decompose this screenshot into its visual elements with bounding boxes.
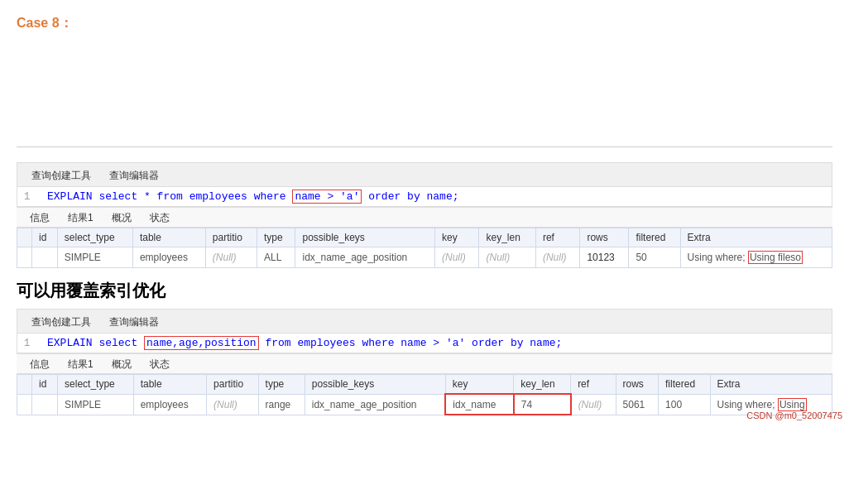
sql-order-1: order by name; bbox=[362, 190, 458, 203]
td-ref-2: (Null) bbox=[571, 394, 616, 415]
td-key-2: idx_name bbox=[445, 394, 514, 415]
th-table-2: table bbox=[133, 375, 206, 395]
td-rows-2: 5061 bbox=[616, 394, 659, 415]
th-type-1: type bbox=[257, 228, 295, 247]
td-type-1: ALL bbox=[257, 247, 295, 268]
th-type-2: type bbox=[258, 375, 305, 395]
th-rows-2: rows bbox=[616, 375, 659, 395]
td-id-2: 1 bbox=[32, 394, 58, 415]
tab-query-builder-1[interactable]: 查询创建工具 bbox=[24, 166, 98, 186]
sql-content-1: EXPLAIN select * from employees where na… bbox=[47, 190, 459, 203]
editor-tabs-2: 查询创建工具 查询编辑器 bbox=[17, 310, 832, 334]
sql-keyword-explain-1: EXPLAIN select * from employees where bbox=[47, 190, 292, 203]
td-possible-keys-1: idx_name_age_position bbox=[295, 247, 434, 268]
td-possible-keys-2: idx_name_age_position bbox=[305, 394, 445, 415]
tab-query-editor-1[interactable]: 查询编辑器 bbox=[102, 166, 166, 186]
th-partitio-1: partitio bbox=[205, 228, 257, 247]
case-title: Case 8： bbox=[17, 15, 832, 32]
tab-query-editor-2[interactable]: 查询编辑器 bbox=[102, 312, 166, 333]
td-rows-1: 10123 bbox=[580, 247, 629, 268]
th-key-len-2: key_len bbox=[514, 375, 571, 395]
th-extra-2: Extra bbox=[710, 375, 832, 395]
th-id-2: id bbox=[32, 375, 58, 395]
td-extra-1: Using where; Using fileso bbox=[680, 247, 832, 268]
result-table-1: id select_type table partitio type possi… bbox=[17, 228, 832, 268]
td-type-2: range bbox=[258, 394, 305, 415]
td-key-len-2: 74 bbox=[514, 394, 571, 415]
result-tab-status-2[interactable]: 状态 bbox=[143, 356, 176, 373]
editor-section-1: 查询创建工具 查询编辑器 1 EXPLAIN select * from emp… bbox=[17, 162, 832, 207]
td-arrow-1: ▶ bbox=[17, 247, 32, 268]
extra-highlight-2: Using bbox=[778, 398, 807, 411]
th-arrow-2 bbox=[17, 375, 32, 395]
divider-1 bbox=[17, 146, 832, 147]
th-filtered-1: filtered bbox=[629, 228, 680, 247]
result-table-wrapper-1: id select_type table partitio type possi… bbox=[17, 228, 832, 268]
th-ref-2: ref bbox=[571, 375, 616, 395]
sql-line-2: 1 EXPLAIN select name,age,position from … bbox=[17, 334, 832, 353]
sql-rest-2: from employees where name > 'a' order by… bbox=[259, 337, 563, 349]
td-ref-1: (Null) bbox=[535, 247, 580, 268]
th-table-1: table bbox=[132, 228, 205, 247]
td-key-len-1: (Null) bbox=[479, 247, 535, 268]
sql-content-2: EXPLAIN select name,age,position from em… bbox=[47, 337, 562, 349]
watermark: CSDN @m0_52007475 bbox=[746, 410, 842, 420]
result-tab-status-1[interactable]: 状态 bbox=[143, 209, 176, 227]
section-heading: 可以用覆盖索引优化 bbox=[17, 280, 832, 302]
result-tab-overview-2[interactable]: 概况 bbox=[105, 356, 138, 373]
td-partitio-2: (Null) bbox=[207, 394, 259, 415]
th-extra-1: Extra bbox=[680, 228, 832, 247]
table-row-2: ▶ 1 SIMPLE employees (Null) range idx_na… bbox=[17, 394, 832, 415]
sql-explain-2: EXPLAIN select bbox=[47, 337, 144, 349]
tab-query-builder-2[interactable]: 查询创建工具 bbox=[24, 312, 98, 333]
td-table-2: employees bbox=[133, 394, 206, 415]
sql-highlight-cols-2: name,age,position bbox=[144, 336, 259, 350]
th-key-2: key bbox=[445, 375, 514, 395]
td-filtered-1: 50 bbox=[629, 247, 680, 268]
editor-section-2: 查询创建工具 查询编辑器 1 EXPLAIN select name,age,p… bbox=[17, 309, 832, 353]
td-partitio-1: (Null) bbox=[205, 247, 257, 268]
result-table-2: id select_type table partitio type possi… bbox=[17, 374, 832, 415]
th-filtered-2: filtered bbox=[659, 375, 711, 395]
td-id-1: 1 bbox=[32, 247, 58, 268]
sql-highlight-name-1: name > 'a' bbox=[292, 190, 362, 204]
result-table-wrapper-2: id select_type table partitio type possi… bbox=[17, 374, 832, 415]
th-select-type-1: select_type bbox=[57, 228, 132, 247]
td-key-1: (Null) bbox=[434, 247, 479, 268]
line-number-1: 1 bbox=[24, 191, 39, 203]
th-id-1: id bbox=[32, 228, 58, 247]
table-header-row-1: id select_type table partitio type possi… bbox=[17, 228, 832, 247]
th-key-len-1: key_len bbox=[479, 228, 535, 247]
result-tab-result-1[interactable]: 结果1 bbox=[61, 209, 100, 227]
result-tab-info-1[interactable]: 信息 bbox=[23, 209, 56, 227]
th-partitio-2: partitio bbox=[207, 375, 259, 395]
line-number-2: 1 bbox=[24, 338, 39, 349]
th-rows-1: rows bbox=[580, 228, 629, 247]
th-key-1: key bbox=[434, 228, 479, 247]
result-tab-info-2[interactable]: 信息 bbox=[23, 356, 56, 373]
table-header-row-2: id select_type table partitio type possi… bbox=[17, 375, 832, 395]
sql-line-1: 1 EXPLAIN select * from employees where … bbox=[17, 187, 832, 206]
th-possible-keys-2: possible_keys bbox=[305, 375, 445, 395]
td-filtered-2: 100 bbox=[659, 394, 711, 415]
th-select-type-2: select_type bbox=[58, 375, 134, 395]
td-arrow-2: ▶ bbox=[17, 394, 32, 415]
table-row-1: ▶ 1 SIMPLE employees (Null) ALL idx_name… bbox=[17, 247, 832, 268]
result-tabs-1: 信息 结果1 概况 状态 bbox=[17, 207, 832, 228]
td-select-type-2: SIMPLE bbox=[58, 394, 134, 415]
result-tabs-2: 信息 结果1 概况 状态 bbox=[17, 353, 832, 374]
editor-tabs-1: 查询创建工具 查询编辑器 bbox=[17, 163, 832, 187]
td-select-type-1: SIMPLE bbox=[57, 247, 132, 268]
th-ref-1: ref bbox=[535, 228, 580, 247]
th-possible-keys-1: possible_keys bbox=[295, 228, 434, 247]
result-tab-overview-1[interactable]: 概况 bbox=[105, 209, 138, 227]
th-arrow-1 bbox=[17, 228, 32, 247]
result-tab-result-2[interactable]: 结果1 bbox=[61, 356, 100, 373]
td-table-1: employees bbox=[132, 247, 205, 268]
extra-highlight-1: Using fileso bbox=[748, 251, 803, 264]
